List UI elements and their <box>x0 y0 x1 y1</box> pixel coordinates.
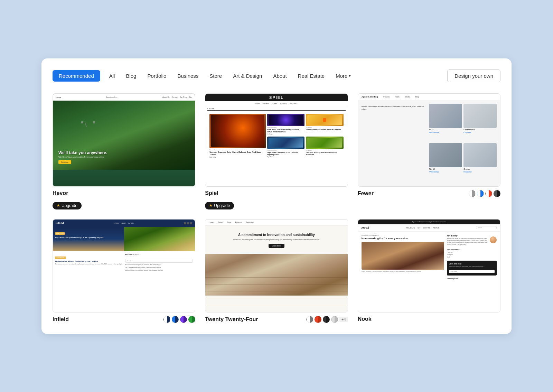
nav-recommended[interactable]: Recommended <box>53 70 100 82</box>
nav-portfolio[interactable]: Portfolio <box>142 70 171 82</box>
hevor-upgrade-badge[interactable]: ★ Upgrade <box>53 200 195 209</box>
spiel-nav: News Reviews Guides Trending Platform ▾ <box>205 101 347 106</box>
nook-search-input[interactable] <box>476 226 497 229</box>
fewer-project-img-1 <box>429 104 462 128</box>
fewer-project-img-4 <box>463 143 497 167</box>
swatch-light-gray[interactable] <box>331 316 338 323</box>
spiel-content: News, Reviews Unseen Dragons Gets March … <box>207 112 345 160</box>
nook-article-image <box>362 242 444 270</box>
swatch-orange[interactable] <box>485 190 492 197</box>
fewer-preview[interactable]: Agord & Bolding Projects Team Studio Blo… <box>358 93 500 187</box>
fewer-project-img-3 <box>429 143 462 167</box>
nook-avatar <box>490 236 497 243</box>
hevor-hero-image: We'll take you anywhere. With Hevor Trav… <box>53 101 195 170</box>
nav-about[interactable]: About <box>268 70 291 82</box>
infield-nav-bar: Infield HOME NEWS WHAT? <box>53 220 195 227</box>
nav-real-estate[interactable]: Real Estate <box>293 70 330 82</box>
design-own-button[interactable]: Design your own <box>447 69 500 82</box>
fewer-content: We're a collaborative architecture offic… <box>358 100 500 185</box>
swatch-dark[interactable] <box>494 190 500 197</box>
swatch-purple[interactable] <box>180 316 187 323</box>
nav-all[interactable]: All <box>104 70 120 82</box>
spiel-preview[interactable]: SPIEL News Reviews Guides Trending Platf… <box>205 93 348 187</box>
infield-search-input[interactable] <box>125 259 193 263</box>
fewer-nav: Agord & Bolding Projects Team Studio Blo… <box>358 94 500 100</box>
infield-preview[interactable]: Infield HOME NEWS WHAT? FEATURED <box>53 219 195 312</box>
nav-blog[interactable]: Blog <box>121 70 141 82</box>
nook-join-box: Join the fun! Sign up for the most inter… <box>447 261 497 276</box>
theme-card-spiel: SPIEL News Reviews Guides Trending Platf… <box>205 93 348 209</box>
swatch-red-orange[interactable] <box>315 316 321 323</box>
navigation: Recommended All Blog Portfolio Business … <box>53 69 500 82</box>
theme-card-fewer: Agord & Bolding Projects Team Studio Blo… <box>358 93 500 209</box>
spiel-topbar: SPIEL <box>205 94 347 101</box>
ttf-nav: Home Pages Posts Patterns Templates <box>205 220 347 226</box>
nook-nav: Nook HOLIDAYS DIY CRAFTS ABOUT <box>358 224 500 232</box>
spiel-upgrade-badge[interactable]: ★ Upgrade <box>205 200 348 209</box>
nav-art-design[interactable]: Art & Design <box>228 70 267 82</box>
ttf-building-image <box>205 254 347 296</box>
theme-card-nook: Sign up for the most interesting tech an… <box>358 219 500 323</box>
nav-store[interactable]: Store <box>205 70 227 82</box>
hevor-info: Hevor <box>53 190 195 196</box>
fewer-swatches <box>469 190 500 197</box>
nook-content: CRAFTS & DIY RELEASES Homemade gifts for… <box>358 232 500 282</box>
main-container: Recommended All Blog Portfolio Business … <box>41 58 512 334</box>
fewer-project-img-2 <box>463 104 497 128</box>
ttf-hero: A commitment to innovation and sustainab… <box>205 226 347 252</box>
nook-preview[interactable]: Sign up for the most interesting tech an… <box>358 219 500 312</box>
theme-grid: Hevor Easy travelling. About Us Contact … <box>53 93 500 323</box>
theme-card-hevor: Hevor Easy travelling. About Us Contact … <box>53 93 195 209</box>
swatch-green[interactable] <box>188 316 195 323</box>
star-icon: ★ <box>209 203 213 208</box>
star-icon: ★ <box>57 203 60 208</box>
hevor-nav-bar: Hevor Easy travelling. About Us Contact … <box>53 94 195 101</box>
infield-info: Infield <box>53 316 195 323</box>
infield-name: Infield <box>53 316 69 323</box>
infield-hero: FEATURED Top 5 Most Anticipated Matchups… <box>53 227 195 251</box>
infield-swatches <box>163 316 195 323</box>
swatch-black[interactable] <box>323 316 330 323</box>
twentyfour-name: Twenty Twenty-Four <box>205 316 258 323</box>
theme-card-twentyfour: Home Pages Posts Patterns Templates A co… <box>205 219 348 323</box>
infield-hero-image <box>124 227 195 251</box>
nook-name: Nook <box>358 316 372 322</box>
chevron-down-icon: ▾ <box>349 73 351 78</box>
plus-more-badge: +4 <box>339 317 348 322</box>
fewer-info: Fewer <box>358 190 500 197</box>
twentyfour-info: Twenty Twenty-Four +4 <box>205 316 348 323</box>
swatch-navy[interactable] <box>163 316 170 323</box>
nook-email-input[interactable] <box>449 270 495 273</box>
spiel-name: Spiel <box>205 190 218 196</box>
swatch-half-dark[interactable] <box>306 316 313 323</box>
swatch-half-gray[interactable] <box>469 190 476 197</box>
swatch-blue-dark[interactable] <box>172 316 179 323</box>
infield-body: THE LATEST Powerhouse Hitters Dominating… <box>53 251 195 273</box>
nav-business[interactable]: Business <box>172 70 203 82</box>
nook-topbar: Sign up for the most interesting tech an… <box>358 220 500 224</box>
swatch-blue[interactable] <box>477 190 484 197</box>
twentyfour-preview[interactable]: Home Pages Posts Patterns Templates A co… <box>205 219 348 312</box>
nav-more[interactable]: More ▾ <box>331 70 356 82</box>
hevor-preview[interactable]: Hevor Easy travelling. About Us Contact … <box>53 93 195 187</box>
twentyfour-swatches: +4 <box>306 316 348 323</box>
nook-info: Nook <box>358 316 500 322</box>
fewer-name: Fewer <box>358 190 374 197</box>
theme-card-infield: Infield HOME NEWS WHAT? FEATURED <box>53 219 195 323</box>
spiel-info: Spiel <box>205 190 348 196</box>
hevor-name: Hevor <box>53 190 68 196</box>
